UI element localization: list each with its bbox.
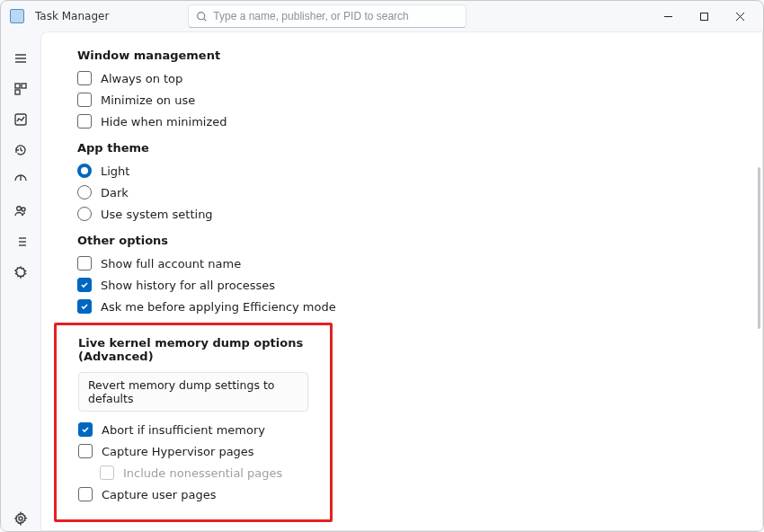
kernel-dump-heading: Live kernel memory dump options (Advance… <box>78 336 308 363</box>
kernel-dump-highlight: Live kernel memory dump options (Advance… <box>54 323 333 522</box>
users-icon[interactable] <box>13 204 28 218</box>
full-account-name-option[interactable]: Show full account name <box>77 256 726 270</box>
search-input[interactable] <box>213 10 458 22</box>
theme-system-option[interactable]: Use system setting <box>77 207 726 221</box>
checkbox-icon <box>77 93 92 107</box>
search-box[interactable] <box>188 4 466 28</box>
option-label: Dark <box>101 186 129 200</box>
option-label: Show history for all processes <box>101 279 275 292</box>
checkbox-icon <box>77 71 92 85</box>
settings-icon[interactable] <box>13 511 28 526</box>
close-button[interactable] <box>722 3 758 30</box>
app-history-icon[interactable] <box>13 143 28 157</box>
checkbox-icon <box>78 444 93 458</box>
checkbox-icon <box>77 256 92 270</box>
startup-apps-icon[interactable] <box>13 173 28 188</box>
titlebar: Task Manager <box>1 1 763 31</box>
maximize-button[interactable] <box>686 3 722 30</box>
details-icon[interactable] <box>13 235 28 249</box>
svg-rect-11 <box>15 90 20 94</box>
svg-line-1 <box>204 18 206 20</box>
hide-when-minimized-option[interactable]: Hide when minimized <box>77 114 726 129</box>
radio-icon <box>77 207 92 221</box>
option-label: Include nonessential pages <box>123 466 282 480</box>
sidebar <box>1 31 40 531</box>
svg-point-17 <box>22 208 25 211</box>
capture-user-pages-option[interactable]: Capture user pages <box>78 487 308 501</box>
search-icon <box>196 11 208 22</box>
performance-icon[interactable] <box>13 112 28 127</box>
theme-dark-option[interactable]: Dark <box>77 185 726 200</box>
other-options-heading: Other options <box>77 234 726 247</box>
svg-line-14 <box>21 150 22 151</box>
svg-point-24 <box>19 517 22 520</box>
app-theme-heading: App theme <box>77 141 726 155</box>
option-label: Abort if insufficient memory <box>102 423 265 437</box>
minimize-on-use-option[interactable]: Minimize on use <box>77 93 726 107</box>
hamburger-icon[interactable] <box>13 51 28 66</box>
radio-icon <box>77 164 92 178</box>
window-management-heading: Window management <box>77 49 726 62</box>
app-title: Task Manager <box>35 10 109 22</box>
app-icon <box>10 9 24 23</box>
abort-insufficient-memory-option[interactable]: Abort if insufficient memory <box>78 422 308 437</box>
window-controls <box>650 3 758 30</box>
theme-light-option[interactable]: Light <box>77 164 726 178</box>
option-label: Use system setting <box>101 208 213 221</box>
option-label: Always on top <box>101 72 182 85</box>
ask-efficiency-option[interactable]: Ask me before applying Efficiency mode <box>77 299 726 314</box>
checkbox-icon <box>78 422 93 437</box>
svg-rect-9 <box>15 84 20 88</box>
svg-point-0 <box>198 12 205 19</box>
include-nonessential-option: Include nonessential pages <box>100 466 308 480</box>
scrollbar[interactable] <box>758 167 760 329</box>
checkbox-icon <box>78 487 93 501</box>
content-area: Window management Always on top Minimize… <box>40 31 763 531</box>
checkbox-icon <box>77 278 92 292</box>
capture-hypervisor-option[interactable]: Capture Hypervisor pages <box>78 444 308 458</box>
checkbox-icon <box>100 466 114 480</box>
always-on-top-option[interactable]: Always on top <box>77 71 726 85</box>
processes-icon[interactable] <box>13 82 28 96</box>
option-label: Show full account name <box>101 257 241 270</box>
radio-icon <box>77 185 92 200</box>
svg-rect-10 <box>22 84 26 88</box>
option-label: Light <box>101 164 129 178</box>
svg-point-16 <box>17 207 22 211</box>
history-all-processes-option[interactable]: Show history for all processes <box>77 278 726 292</box>
revert-defaults-button[interactable]: Revert memory dump settings to defaults <box>78 372 308 412</box>
checkbox-icon <box>77 114 92 129</box>
task-manager-window: Task Manager <box>0 0 764 532</box>
minimize-button[interactable] <box>650 3 686 30</box>
option-label: Hide when minimized <box>101 115 227 129</box>
services-icon[interactable] <box>13 265 28 279</box>
option-label: Ask me before applying Efficiency mode <box>101 300 336 314</box>
checkbox-icon <box>77 299 92 314</box>
option-label: Capture user pages <box>102 488 217 501</box>
option-label: Capture Hypervisor pages <box>102 445 254 458</box>
option-label: Minimize on use <box>101 93 195 107</box>
svg-rect-3 <box>700 13 707 20</box>
